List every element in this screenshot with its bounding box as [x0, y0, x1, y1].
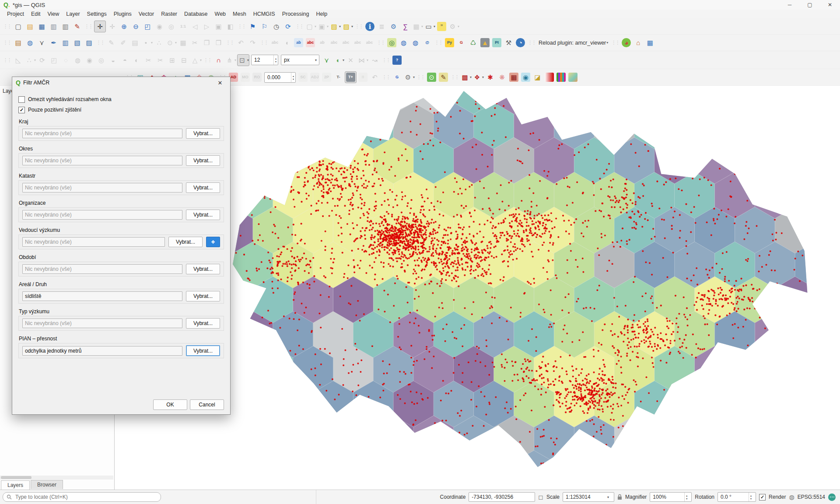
gradient-ramp-plugin-icon[interactable] — [544, 72, 555, 83]
toolbar-handle[interactable]: ⋮⋮ — [377, 40, 385, 46]
menu-view[interactable]: View — [44, 10, 63, 18]
plugin-color-circle-icon[interactable]: ◕ — [621, 37, 632, 48]
reload-plugin-icon[interactable]: ◔ — [515, 37, 526, 48]
rotation-spin[interactable]: 0.0 ° ▴▾ — [718, 492, 756, 502]
select-by-expression-icon[interactable]: ▨▾ — [329, 21, 341, 32]
dialog-close-icon[interactable]: ✕ — [213, 80, 230, 86]
menu-help[interactable]: Help — [312, 10, 331, 18]
style-manager-icon[interactable]: ✎ — [72, 21, 83, 32]
checkbox-icon[interactable]: ✓ — [18, 107, 25, 113]
annotation-pen-icon[interactable]: ✒ — [48, 37, 59, 48]
noise-raster-plugin-icon[interactable]: ▦ — [508, 72, 519, 83]
pi-plugin-icon[interactable]: PI — [491, 37, 502, 48]
menu-layer[interactable]: Layer — [63, 10, 83, 18]
lock-icon[interactable] — [617, 494, 622, 500]
snap-to-grid-icon[interactable]: ⊡▾ — [237, 54, 249, 66]
data-source-manager-icon[interactable]: ▤ — [13, 37, 24, 48]
heatmap-blob-plugin-icon[interactable]: ◉ — [520, 72, 531, 83]
grid-plugin-icon[interactable]: ▦ — [644, 37, 655, 48]
messages-icon[interactable] — [828, 494, 836, 501]
toolbar-handle[interactable]: ⋮⋮ — [226, 40, 234, 46]
tracing-tool-icon[interactable]: ⋎ — [321, 55, 332, 66]
scale-combo[interactable]: 1:1253014 ▾ — [563, 492, 614, 502]
toolbar-handle[interactable]: ⋮⋮ — [355, 24, 363, 29]
identify-features-icon[interactable]: ℹ — [364, 21, 375, 32]
menu-plugins[interactable]: Plugins — [110, 10, 135, 18]
menu-edit[interactable]: Edit — [28, 10, 44, 18]
zoom-full-extent-icon[interactable]: ◰ — [142, 21, 153, 32]
web-service-icon[interactable]: ◍ — [410, 37, 421, 48]
menu-project[interactable]: Project — [4, 10, 28, 18]
field-input-are-l-druh[interactable] — [22, 291, 182, 301]
grass-tools-icon[interactable]: G — [456, 37, 467, 48]
dialog-checkbox-1[interactable]: ✓Pouze pozitivní zjištění — [18, 106, 224, 114]
toolbar-handle[interactable]: ⋮⋮ — [238, 24, 245, 29]
vybrat-button[interactable]: Vybrat... — [186, 345, 220, 356]
menu-raster[interactable]: Raster — [158, 10, 181, 18]
vybrat-button[interactable]: Vybrat... — [186, 182, 220, 193]
terrain-tile-plugin-icon[interactable] — [567, 72, 578, 83]
toolbar-handle[interactable]: ⋮⋮ — [382, 57, 390, 63]
web-at-plugin-icon[interactable]: @ — [422, 37, 433, 48]
vybrat-button[interactable]: Vybrat... — [186, 264, 220, 274]
label-t-plus-icon[interactable]: T+ — [345, 71, 357, 83]
plugin-builder-icon[interactable]: ⚒ — [503, 37, 514, 48]
zoom-search-plugin-icon[interactable]: ⊙ — [426, 72, 437, 83]
map-tips-icon[interactable]: ” — [436, 21, 447, 32]
temporal-controller-icon[interactable]: ◷ — [271, 21, 282, 32]
field-input-kraj[interactable] — [22, 129, 182, 138]
new-shapefile-layer-icon[interactable]: ▧ — [72, 37, 83, 48]
panel-scrollbar[interactable] — [0, 476, 113, 480]
new-vector-layer-icon[interactable]: ⋎ — [36, 37, 47, 48]
help-contents-icon[interactable]: ? — [392, 55, 402, 66]
toolbar-handle[interactable]: ⋮⋮ — [295, 24, 303, 29]
zoom-in-icon[interactable]: ⊕ — [119, 21, 130, 32]
epsg-badge[interactable]: EPSG:5514 — [798, 494, 825, 500]
vybrat-button[interactable]: Vybrat... — [186, 155, 220, 166]
field-input-organizace[interactable] — [22, 210, 182, 220]
save-project-icon[interactable]: ▦ — [36, 21, 47, 32]
plugin-settings-gear-icon[interactable]: ⚙▾ — [403, 72, 415, 83]
statistical-summary-icon[interactable]: ∑ — [400, 21, 411, 32]
new-mesh-layer-icon[interactable]: ▥ — [60, 37, 71, 48]
menu-settings[interactable]: Settings — [84, 10, 110, 18]
zoom-out-icon[interactable]: ⊖ — [130, 21, 141, 32]
new-spatial-bookmark-icon[interactable]: ⚑ — [247, 21, 258, 32]
toolbar-handle[interactable]: ⋮⋮ — [3, 57, 11, 63]
toolbar-handle[interactable]: ⋮⋮ — [84, 24, 92, 29]
menu-mesh[interactable]: Mesh — [229, 10, 250, 18]
label-t-minus-icon[interactable]: T- — [333, 72, 344, 83]
toolbar-handle[interactable]: ⋮⋮ — [382, 74, 390, 80]
toolbar-handle[interactable]: ⋮⋮ — [260, 40, 268, 46]
dialog-checkbox-0[interactable]: Omezit vyhledávání rozsahem okna — [18, 95, 224, 103]
toolbar-handle[interactable]: ⋮⋮ — [203, 57, 211, 63]
metasearch-catalog-icon[interactable]: ◍ — [398, 37, 409, 48]
toolbar-handle[interactable]: ⋮⋮ — [96, 40, 104, 46]
vybrat-button[interactable]: Vybrat... — [186, 210, 220, 220]
new-print-layout-icon[interactable]: ▥ — [48, 21, 59, 32]
field-input-pian-p-esnost[interactable] — [22, 346, 182, 356]
measure-line-icon[interactable]: ▭▾ — [424, 21, 435, 32]
pan-map-icon[interactable]: ✛ — [94, 21, 106, 32]
layout-manager-icon[interactable]: ▥ — [60, 21, 71, 32]
checkbox-icon[interactable] — [18, 96, 25, 103]
color-bars-plugin-icon[interactable] — [556, 72, 567, 83]
hex-flower-plugin-icon[interactable]: ❋ — [497, 72, 508, 83]
coordinate-input[interactable]: -734130, -930256 — [469, 492, 535, 502]
processing-toolbox-icon[interactable]: ⚙ — [388, 21, 399, 32]
menu-web[interactable]: Web — [211, 10, 229, 18]
toolbar-handle[interactable]: ⋮⋮ — [528, 40, 536, 46]
hex-density-plugin-icon[interactable]: ▩▾ — [460, 72, 472, 83]
menu-processing[interactable]: Processing — [279, 10, 313, 18]
deselect-features-icon[interactable]: ▨▾ — [342, 21, 353, 32]
curve-digitize-icon[interactable]: ◖▾ — [333, 55, 344, 66]
field-input-vedouc-v-zkumu[interactable] — [22, 237, 165, 247]
font-size-spin[interactable]: 12▴▾ — [251, 55, 278, 65]
refresh-map-icon[interactable]: ⟳ — [283, 21, 294, 32]
render-checkbox[interactable]: ✓ — [759, 494, 766, 500]
show-bookmarks-icon[interactable]: ⚐ — [259, 21, 270, 32]
field-input-typ-v-zkumu[interactable] — [22, 318, 182, 328]
vybrat-button[interactable]: Vybrat... — [186, 128, 220, 139]
field-input-obdob-[interactable] — [22, 264, 182, 274]
locator-input[interactable] — [14, 494, 157, 500]
